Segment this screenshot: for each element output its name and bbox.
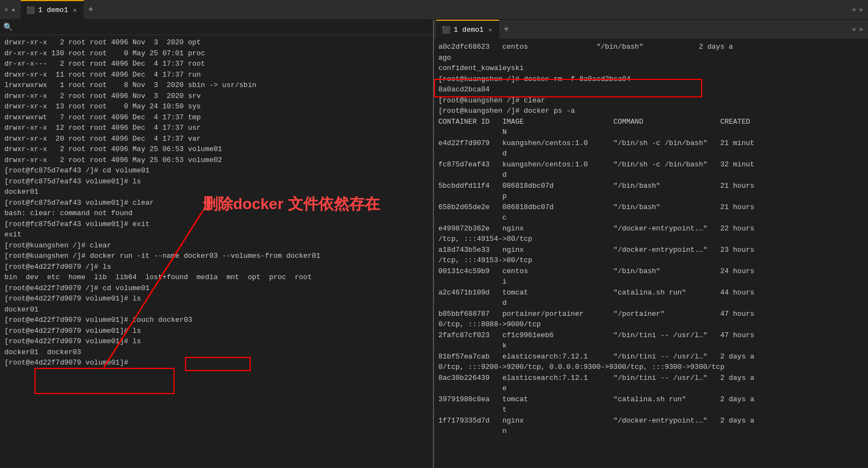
right-tab-bar: ⬛ 1 demo1 ✕ + ◀ ▶ xyxy=(434,20,868,39)
right-tab-label: 1 demo1 xyxy=(454,26,484,34)
left-active-tab[interactable]: ⬛ 1 demo1 ✕ xyxy=(21,0,84,20)
right-tab-add[interactable]: + xyxy=(499,25,513,34)
left-tab-label: 1 demo1 xyxy=(38,6,68,14)
left-tab-add[interactable]: + xyxy=(84,5,98,15)
left-terminal[interactable]: drwxr-xr-x 2 root root 4096 Nov 3 2020 o… xyxy=(0,35,433,468)
left-nav-prev[interactable]: ◀ xyxy=(849,5,858,14)
left-panel: 🔍 drwxr-xr-x 2 root root 4096 Nov 3 2020… xyxy=(0,20,434,468)
tab-bar-top: ✕ ✚ ⬛ 1 demo1 ✕ + ◀ ▶ xyxy=(0,0,868,20)
pin-icon: ✕ ✚ xyxy=(2,5,18,14)
right-active-tab[interactable]: ⬛ 1 demo1 ✕ xyxy=(436,20,499,39)
right-terminal[interactable]: a0c2dfc68623 centos "/bin/bash" 2 days a… xyxy=(434,39,868,468)
left-tab-icon: ⬛ xyxy=(26,6,35,15)
content-area: 🔍 drwxr-xr-x 2 root root 4096 Nov 3 2020… xyxy=(0,20,868,468)
right-tab-icon: ⬛ xyxy=(442,26,450,34)
left-nav-next[interactable]: ▶ xyxy=(858,5,866,14)
right-tab-close[interactable]: ✕ xyxy=(487,26,494,34)
search-bar: 🔍 xyxy=(0,20,433,35)
left-tab-area: ✕ ✚ ⬛ 1 demo1 ✕ + ◀ ▶ xyxy=(2,0,866,20)
right-nav-prev[interactable]: ◀ xyxy=(849,25,858,33)
right-panel: ⬛ 1 demo1 ✕ + ◀ ▶ a0c2dfc68623 centos "/… xyxy=(434,20,868,468)
left-tab-close[interactable]: ✕ xyxy=(71,6,78,14)
search-icon: 🔍 xyxy=(3,22,13,32)
right-nav-next[interactable]: ▶ xyxy=(858,25,866,33)
